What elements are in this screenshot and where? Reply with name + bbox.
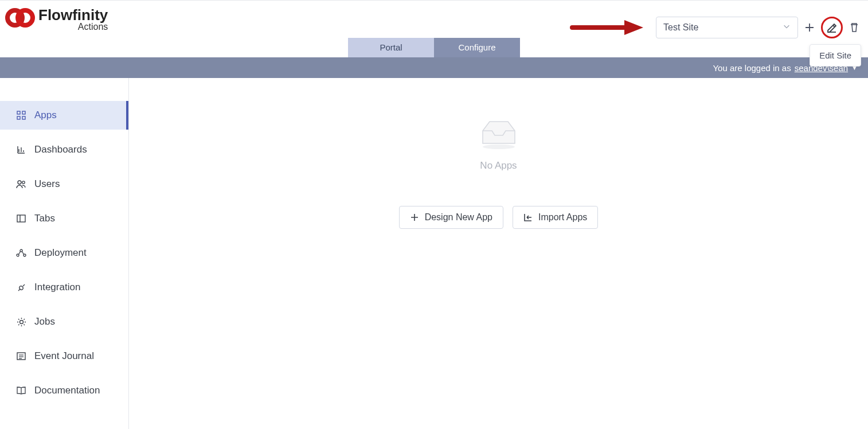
tab-portal[interactable]: Portal bbox=[348, 38, 434, 57]
annotation-arrow-icon bbox=[570, 19, 644, 36]
plus-icon bbox=[410, 213, 419, 222]
add-site-button[interactable] bbox=[803, 21, 816, 34]
gear-icon bbox=[16, 317, 26, 327]
svg-rect-8 bbox=[22, 116, 25, 119]
site-select[interactable]: Test Site bbox=[656, 17, 798, 38]
svg-rect-11 bbox=[17, 215, 25, 222]
svg-rect-5 bbox=[17, 111, 20, 114]
svg-point-16 bbox=[19, 320, 23, 323]
design-new-app-button[interactable]: Design New App bbox=[399, 206, 503, 229]
status-prefix: You are logged in as bbox=[713, 63, 791, 73]
sidebar: Apps Dashboards Users Tabs Deployment In… bbox=[0, 78, 129, 429]
sidebar-item-label: Dashboards bbox=[34, 144, 87, 155]
svg-point-21 bbox=[483, 145, 515, 149]
svg-point-13 bbox=[17, 254, 19, 256]
sidebar-item-label: Apps bbox=[34, 110, 57, 121]
list-icon bbox=[16, 352, 26, 361]
site-select-value: Test Site bbox=[663, 22, 698, 33]
import-icon bbox=[523, 213, 533, 222]
svg-point-1 bbox=[18, 10, 33, 25]
import-apps-button[interactable]: Import Apps bbox=[513, 206, 598, 229]
chevron-down-icon bbox=[783, 22, 791, 33]
plus-icon bbox=[804, 22, 815, 33]
sidebar-item-dashboards[interactable]: Dashboards bbox=[0, 135, 128, 164]
brand-mark-icon bbox=[5, 6, 36, 31]
sidebar-item-deployment[interactable]: Deployment bbox=[0, 239, 128, 267]
svg-rect-7 bbox=[17, 116, 20, 119]
svg-point-15 bbox=[24, 254, 26, 256]
sidebar-item-tabs[interactable]: Tabs bbox=[0, 204, 128, 233]
chart-icon bbox=[16, 145, 26, 154]
sidebar-item-apps[interactable]: Apps bbox=[0, 101, 128, 130]
svg-marker-3 bbox=[624, 20, 643, 35]
grid-icon bbox=[16, 111, 26, 120]
brand-logo: Flowfinity Actions bbox=[5, 6, 108, 32]
svg-point-10 bbox=[22, 181, 25, 184]
sidebar-item-event-journal[interactable]: Event Journal bbox=[0, 342, 128, 370]
header: Flowfinity Actions Test Site Edit Site P… bbox=[0, 0, 868, 57]
tab-configure[interactable]: Configure bbox=[434, 38, 520, 57]
nav-tabs: Portal Configure bbox=[348, 38, 520, 57]
book-icon bbox=[16, 386, 26, 395]
button-label: Import Apps bbox=[538, 212, 587, 223]
delete-site-button[interactable] bbox=[847, 21, 861, 34]
edit-site-tooltip: Edit Site bbox=[810, 44, 861, 67]
sidebar-item-label: Users bbox=[34, 178, 60, 190]
empty-state-text: No Apps bbox=[480, 160, 517, 171]
edit-site-button[interactable] bbox=[821, 17, 843, 38]
content-area: No Apps Design New App Import Apps bbox=[129, 78, 868, 429]
action-buttons: Design New App Import Apps bbox=[399, 206, 599, 229]
brand-name: Flowfinity bbox=[38, 6, 108, 24]
site-tools: Test Site bbox=[656, 17, 861, 38]
deployment-icon bbox=[16, 248, 26, 258]
sidebar-item-label: Tabs bbox=[34, 213, 55, 224]
sidebar-item-label: Event Journal bbox=[34, 350, 94, 362]
sidebar-item-label: Documentation bbox=[34, 385, 100, 396]
sidebar-item-jobs[interactable]: Jobs bbox=[0, 307, 128, 336]
sidebar-item-users[interactable]: Users bbox=[0, 170, 128, 198]
button-label: Design New App bbox=[425, 212, 492, 223]
plug-icon bbox=[16, 283, 26, 292]
sidebar-item-integration[interactable]: Integration bbox=[0, 273, 128, 302]
sidebar-item-documentation[interactable]: Documentation bbox=[0, 376, 128, 405]
sidebar-item-label: Deployment bbox=[34, 247, 87, 259]
svg-rect-6 bbox=[22, 111, 25, 114]
main-layout: Apps Dashboards Users Tabs Deployment In… bbox=[0, 78, 868, 429]
users-icon bbox=[16, 180, 26, 189]
pencil-icon bbox=[826, 22, 838, 33]
status-bar: You are logged in as seandev\sean ▼ bbox=[0, 57, 868, 78]
trash-icon bbox=[849, 22, 859, 33]
svg-point-9 bbox=[18, 181, 21, 184]
svg-point-14 bbox=[20, 249, 22, 252]
sidebar-item-label: Integration bbox=[34, 282, 80, 293]
sidebar-item-label: Jobs bbox=[34, 316, 55, 327]
empty-inbox-icon bbox=[476, 118, 522, 152]
layout-icon bbox=[16, 214, 26, 223]
